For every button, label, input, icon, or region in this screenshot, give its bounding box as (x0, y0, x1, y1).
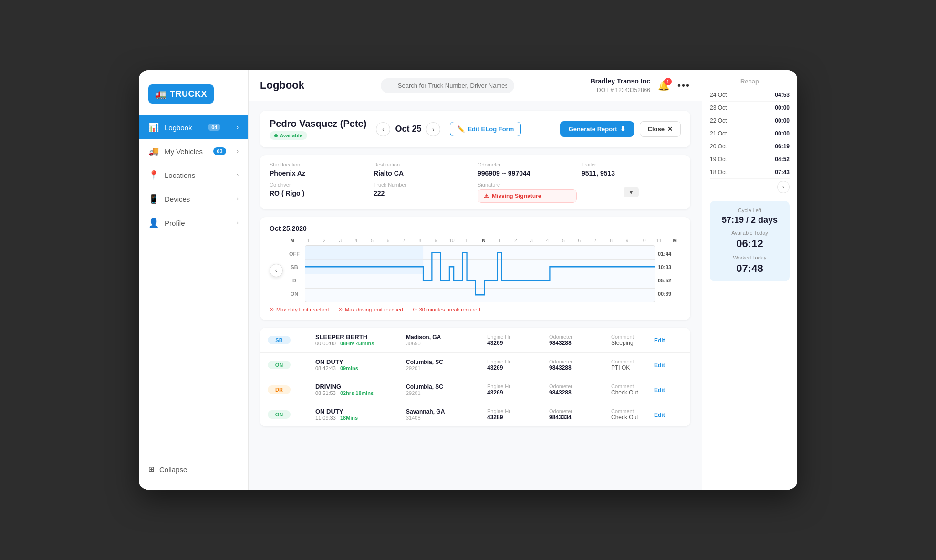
recap-title: Recap (710, 78, 790, 85)
log-engine-3: 43269 (487, 389, 544, 396)
hour-1-am: 1 (303, 238, 313, 243)
profile-arrow-icon: › (237, 219, 239, 226)
date-next-button[interactable]: › (426, 122, 440, 136)
sidebar: 🚛 TRUCKX 📊 Logbook 04 › 🚚 My Vehicles 03… (139, 70, 249, 490)
log-type-cell-1: SB (268, 335, 311, 344)
cycle-left-label: Cycle Left (717, 207, 783, 213)
my-vehicles-icon: 🚚 (148, 146, 159, 156)
recap-date-4: 20 Oct (710, 143, 727, 150)
log-location-4: Savannah, GA (406, 408, 482, 415)
recap-time-3: 00:00 (775, 130, 790, 137)
log-engine-2: 43269 (487, 364, 544, 371)
log-engine-4: 43289 (487, 414, 544, 421)
date-prev-button[interactable]: ‹ (376, 122, 390, 136)
recap-date-1: 23 Oct (710, 104, 727, 111)
sidebar-item-label-locations: Locations (165, 171, 195, 179)
hour-11-am: 11 (463, 238, 472, 243)
logo[interactable]: 🚛 TRUCKX (148, 84, 214, 104)
driver-header: Pedro Vasquez (Pete) Available ‹ Oct 25 … (260, 111, 690, 147)
destination-value: Rialto CA (374, 169, 473, 177)
violation-break: ⊙ 30 minutes break required (413, 306, 480, 312)
label-D: D (287, 278, 302, 283)
list-item: 24 Oct 04:53 (710, 89, 790, 102)
log-comment-2: PTI OK (611, 364, 649, 371)
trailer-item: Trailer 9511, 9513 (582, 162, 681, 177)
logo-text: TRUCKX (170, 89, 207, 99)
log-engine-cell-2: Engine Hr 43269 (487, 359, 544, 371)
log-comment-4: Check Out (611, 414, 649, 421)
worked-today-value: 07:48 (717, 262, 783, 275)
violations-bar: ⊙ Max duty limit reached ⊙ Max driving l… (270, 306, 681, 312)
co-driver-item: Co driver RO ( Rigo ) (270, 182, 369, 203)
top-header: Logbook 🔍 Bradley Transo Inc DOT # 12343… (249, 70, 702, 101)
log-odometer-4: 9843334 (549, 414, 606, 421)
sidebar-item-profile[interactable]: 👤 Profile › (139, 211, 248, 235)
log-location-2: Columbia, SC (406, 359, 482, 365)
hour-8-am: 8 (415, 238, 425, 243)
trip-info-bar: Start location Phoenix Az Destination Ri… (260, 155, 690, 209)
list-item: 21 Oct 00:00 (710, 127, 790, 140)
log-engine-1: 43269 (487, 340, 544, 346)
dropdown-area: ▼ (582, 182, 681, 203)
close-button[interactable]: Close ✕ (640, 121, 681, 137)
truck-number-label: Truck Number (374, 182, 473, 187)
collapse-button[interactable]: ⊞ Collapse (139, 458, 248, 480)
notification-badge: 1 (664, 78, 672, 85)
hos-chart-svg (305, 246, 655, 302)
co-driver-value: RO ( Rigo ) (270, 189, 369, 197)
log-edit-button-3[interactable]: Edit (654, 387, 665, 394)
log-location-3: Columbia, SC (406, 384, 482, 390)
odometer-value: 996909 -- 997044 (478, 169, 577, 177)
collapse-label: Collapse (159, 466, 187, 474)
recap-nav-button[interactable]: › (777, 181, 790, 193)
chart-prev-button[interactable]: ‹ (270, 264, 283, 277)
sidebar-item-logbook[interactable]: 📊 Logbook 04 › (139, 115, 248, 139)
recap-time-6: 07:43 (775, 169, 790, 176)
worked-today-label: Worked Today (717, 255, 783, 260)
available-today-value: 06:12 (717, 238, 783, 250)
chart-body-wrapper: ‹ M 1 2 3 4 5 6 7 (270, 238, 681, 302)
log-badge-on-4: ON (268, 410, 291, 419)
log-location-1: Madison, GA (406, 334, 482, 341)
start-location-value: Phoenix Az (270, 169, 369, 177)
log-badge-dr-3: DR (268, 385, 291, 394)
log-edit-button-4[interactable]: Edit (654, 412, 665, 418)
sidebar-item-devices[interactable]: 📱 Devices › (139, 187, 248, 211)
log-edit-button-1[interactable]: Edit (654, 337, 665, 344)
log-type-cell-3: DR (268, 385, 311, 394)
trailer-label: Trailer (582, 162, 681, 167)
sidebar-item-locations[interactable]: 📍 Locations › (139, 163, 248, 187)
recap-time-2: 00:00 (775, 117, 790, 124)
log-time-3: 08:51:53 02hrs 18mins (315, 390, 401, 396)
log-edit-cell-1: Edit (654, 336, 683, 344)
logo-area: 🚛 TRUCKX (139, 80, 248, 115)
log-comment-1: Sleeping (611, 340, 649, 346)
edit-elog-label: Edit ELog Form (468, 125, 514, 133)
log-edit-button-2[interactable]: Edit (654, 362, 665, 369)
log-location-code-3: 29201 (406, 390, 482, 396)
notification-button[interactable]: 🔔 1 (658, 80, 670, 91)
start-location-label: Start location (270, 162, 369, 167)
label-ON: ON (287, 291, 302, 297)
more-menu-button[interactable]: ••• (677, 80, 690, 91)
my-vehicles-arrow-icon: › (237, 148, 239, 155)
hour-3-pm: 3 (527, 238, 536, 243)
cycle-left-value: 57:19 / 2 days (717, 215, 783, 225)
destination-item: Destination Rialto CA (374, 162, 473, 177)
available-today-label: Available Today (717, 230, 783, 236)
recap-date-0: 24 Oct (710, 92, 727, 98)
dropdown-button[interactable]: ▼ (624, 187, 639, 197)
cycle-card: Cycle Left 57:19 / 2 days Available Toda… (710, 201, 790, 281)
sidebar-item-my-vehicles[interactable]: 🚚 My Vehicles 03 › (139, 139, 248, 163)
search-input[interactable] (381, 78, 514, 93)
time-val-on: 00:39 (658, 291, 681, 297)
sidebar-item-label-devices: Devices (165, 195, 190, 203)
generate-report-button[interactable]: Generate Report ⬇ (560, 121, 634, 137)
log-time-1: 00:00:00 08Hrs 43mins (315, 341, 401, 346)
edit-elog-button[interactable]: ✏️ Edit ELog Form (450, 122, 521, 136)
hour-11-pm: 11 (654, 238, 664, 243)
chart-row-labels: OFF SB D ON (287, 245, 302, 302)
log-location-code-1: 30650 (406, 341, 482, 346)
recap-time-0: 04:53 (775, 92, 790, 98)
logbook-badge: 04 (208, 124, 220, 131)
